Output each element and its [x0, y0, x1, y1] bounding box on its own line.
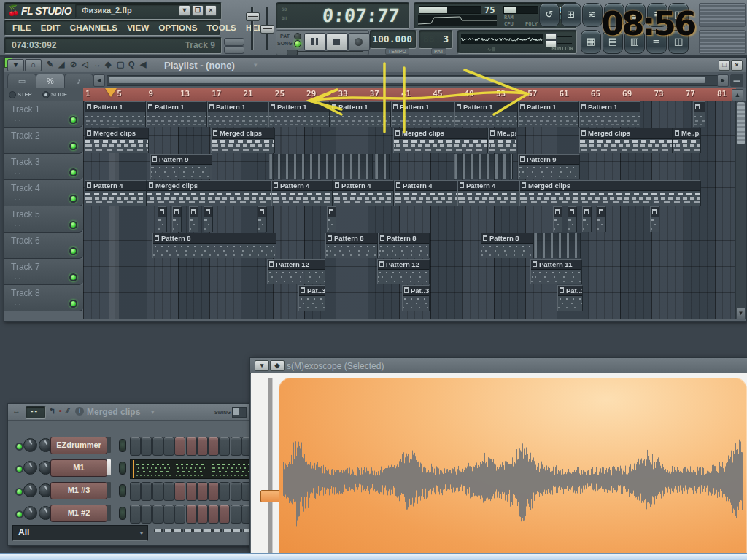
track-enable-led[interactable] — [69, 116, 77, 124]
clip-pattern-8[interactable]: Pattern 8 — [481, 233, 534, 258]
accent-slider-2[interactable] — [164, 529, 174, 532]
plugin-detach-button[interactable]: ◆ — [270, 360, 285, 371]
clip[interactable] — [327, 206, 336, 232]
clip-pattern-1[interactable]: Pattern 1 — [330, 101, 391, 127]
channel-rack-titlebar[interactable]: ↔ -- ↰ ▪ ⁄⁄ + Merged clips ▾ SWING — [8, 404, 251, 421]
clip-pattern-4[interactable]: Pattern 4 — [271, 180, 333, 206]
clip[interactable] — [375, 154, 390, 179]
clip[interactable] — [568, 206, 577, 232]
clip[interactable] — [597, 206, 606, 232]
menu-channels[interactable]: CHANNELS — [70, 23, 118, 32]
clip[interactable] — [269, 154, 373, 179]
clip-pattern-8[interactable]: Pattern 8 — [152, 233, 276, 258]
clip-pattern-12[interactable]: Pattern 12 — [267, 259, 325, 284]
track-enable-led[interactable] — [69, 300, 77, 308]
track-header-8[interactable]: Track 8···· — [4, 285, 83, 311]
track-header-7[interactable]: Track 7···· — [4, 259, 83, 285]
step-6-on[interactable] — [186, 437, 197, 456]
step-6-on[interactable] — [186, 505, 197, 524]
rack-pattern-name[interactable]: Merged clips — [87, 407, 140, 417]
channel-button[interactable]: M1 #3 — [50, 482, 107, 499]
zoom-tool-icon[interactable]: Q — [128, 60, 135, 69]
track-header-6[interactable]: Track 6···· — [4, 233, 83, 259]
step-10-off[interactable] — [231, 505, 241, 524]
track-enable-led[interactable] — [69, 168, 77, 176]
song-mode-label[interactable]: SONG — [277, 41, 293, 46]
step-9-off[interactable] — [219, 437, 230, 456]
clip-pattern-1[interactable]: Pattern 1 — [146, 101, 207, 127]
track-enable-led[interactable] — [69, 195, 77, 203]
step-6-on[interactable] — [186, 482, 197, 501]
clip-pattern-12[interactable]: Pattern 12 — [377, 259, 430, 284]
playlist-title-caret-icon[interactable]: ▾ — [254, 61, 258, 69]
track-header-2[interactable]: Track 2···· — [4, 128, 83, 154]
channel-button[interactable]: EZdrummer — [50, 437, 107, 454]
snap-magnet-icon[interactable]: ∩ — [25, 59, 42, 71]
swing-handle[interactable] — [233, 408, 239, 415]
clip-pat-3[interactable]: Pat..3 — [557, 285, 583, 311]
time-format-beat-toggle[interactable]: BH — [282, 15, 287, 20]
slide-tab-icon[interactable]: % — [36, 74, 65, 89]
accent-slider-9[interactable] — [233, 529, 242, 532]
playlist-icon[interactable]: ▦ — [581, 30, 601, 54]
playlist-grid[interactable]: Pattern 1Pattern 1Pattern 1Pattern 1Patt… — [83, 101, 736, 319]
save-new-icon[interactable]: ⊞ — [561, 3, 581, 27]
scope-amp-handle[interactable] — [260, 490, 281, 502]
step-5-on[interactable] — [174, 482, 185, 501]
minimize-icon[interactable]: ▼ — [179, 5, 190, 16]
step-8-on[interactable] — [208, 505, 219, 524]
shuffle-handle[interactable] — [287, 50, 298, 55]
clip-merged-clips[interactable]: Merged clips — [393, 128, 488, 153]
channel-enable-led[interactable] — [15, 443, 23, 451]
clip-pat-3[interactable]: Pat..3 — [298, 285, 325, 311]
clip-source-tab-icon[interactable]: ▭ — [7, 74, 36, 89]
stop-button[interactable] — [326, 33, 348, 51]
clip-merged-clips[interactable]: Merged clips — [211, 128, 275, 153]
graph-editor-icon[interactable]: ⁄⁄ — [66, 406, 69, 415]
track-header-4[interactable]: Track 4···· — [4, 180, 83, 206]
tempo-display[interactable]: 100.000 — [370, 30, 417, 49]
pat-mode-label[interactable]: PAT — [280, 34, 290, 39]
channel-mute-led[interactable] — [119, 439, 126, 452]
undo-icon[interactable]: ↺ — [539, 3, 560, 27]
step-5-on[interactable] — [174, 437, 185, 456]
channel-select-strip[interactable] — [107, 437, 111, 453]
playback-tool-icon[interactable]: ◀ — [140, 60, 146, 69]
channel-enable-led[interactable] — [15, 510, 23, 518]
clip-me-ps[interactable]: Me..ps — [673, 128, 701, 153]
resize-horizontal-icon[interactable]: ↔ — [12, 406, 20, 415]
playlist-hscroll-handle[interactable] — [109, 77, 705, 83]
channel-mute-led[interactable] — [119, 484, 126, 497]
clip-merged-clips[interactable]: Merged clips — [147, 180, 271, 206]
channel-filter-dropdown[interactable]: All ▾ — [12, 525, 148, 541]
master-volume-handle[interactable] — [246, 12, 260, 21]
step-7-on[interactable] — [197, 437, 208, 456]
slice-tool-icon[interactable]: ◆ — [105, 60, 111, 69]
rack-pattern-caret-icon[interactable]: ▾ — [151, 408, 155, 416]
clip[interactable] — [158, 206, 167, 232]
channel-mute-led[interactable] — [119, 507, 126, 520]
playlist-hscrollbar[interactable] — [107, 75, 727, 86]
playlist-vscrollbar[interactable]: ▼ — [735, 101, 746, 319]
clip[interactable] — [582, 206, 592, 232]
step-3-off[interactable] — [152, 437, 163, 456]
clip-pattern-1[interactable]: Pattern 1 — [579, 101, 640, 127]
channel-pan-knob[interactable] — [23, 461, 37, 475]
clip-pattern-4[interactable]: Pattern 4 — [85, 180, 147, 206]
close-icon[interactable]: × — [205, 5, 217, 16]
clip-merged-clips[interactable]: Merged clips — [519, 180, 701, 206]
step-8-on[interactable] — [208, 482, 219, 501]
master-pitch-handle[interactable] — [260, 25, 274, 34]
notes-tab-icon[interactable]: ♪ — [64, 74, 93, 89]
accent-slider-7[interactable] — [213, 529, 222, 532]
clip[interactable] — [172, 206, 182, 232]
step-3-off[interactable] — [152, 482, 163, 501]
channel-pan-knob[interactable] — [23, 483, 37, 497]
pattern-selector-display[interactable]: 88 3 — [419, 30, 453, 49]
pat-mode-led[interactable] — [294, 33, 301, 40]
step-10-off[interactable] — [231, 437, 241, 456]
playlist-close-button[interactable]: × — [731, 60, 743, 71]
accent-slider-3[interactable] — [174, 529, 183, 532]
clip-pattern-4[interactable]: Pattern 4 — [394, 180, 457, 206]
channel-enable-led[interactable] — [15, 488, 23, 496]
